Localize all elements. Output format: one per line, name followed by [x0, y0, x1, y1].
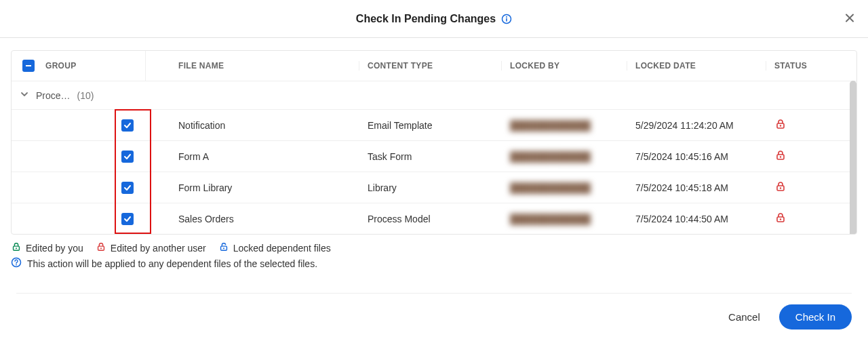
cell-file-name: Notification	[146, 120, 359, 131]
cell-locked-by: ████████████	[502, 214, 627, 224]
cell-locked-by: ████████████	[502, 120, 627, 131]
cell-locked-by: ████████████	[502, 151, 627, 162]
group-label: Proce…	[36, 90, 71, 101]
lock-green-icon	[11, 241, 22, 254]
svg-rect-3	[26, 65, 31, 66]
row-checkbox[interactable]	[121, 213, 134, 225]
cell-locked-date: 5/29/2024 11:24:20 AM	[627, 120, 766, 131]
cell-status	[766, 149, 848, 163]
chevron-down-icon[interactable]	[20, 89, 29, 101]
svg-point-11	[780, 218, 781, 220]
table-row: Form A Task Form ████████████ 7/5/2024 1…	[12, 140, 856, 172]
lock-icon	[774, 153, 787, 163]
cancel-button[interactable]: Cancel	[722, 306, 767, 328]
hint-text: This action will be applied to any depen…	[27, 258, 317, 269]
cell-content-type: Library	[359, 182, 502, 193]
lock-icon	[774, 121, 787, 132]
modal-footer: Cancel Check In	[16, 293, 852, 330]
cell-file-name: Form A	[146, 151, 359, 162]
cell-locked-date: 7/5/2024 10:45:18 AM	[627, 182, 766, 193]
column-header-locked-by[interactable]: LOCKED BY	[502, 61, 627, 71]
group-row[interactable]: Proce… (10)	[12, 81, 856, 109]
column-header-content-type[interactable]: CONTENT TYPE	[359, 61, 502, 71]
cell-locked-by: ████████████	[502, 182, 627, 193]
hint-row: This action will be applied to any depen…	[11, 257, 857, 277]
cell-status	[766, 180, 848, 195]
lock-red-icon	[96, 241, 106, 254]
legend-locked-dependent: Locked dependent files	[218, 241, 331, 254]
svg-point-19	[16, 264, 17, 266]
cell-locked-date: 7/5/2024 10:45:16 AM	[627, 151, 766, 162]
row-checkbox[interactable]	[121, 119, 134, 132]
cell-status	[766, 212, 848, 226]
column-header-file-name[interactable]: FILE NAME	[146, 61, 359, 71]
column-header-locked-date[interactable]: LOCKED DATE	[627, 61, 766, 71]
svg-rect-2	[506, 18, 507, 21]
cell-status	[766, 118, 848, 132]
modal-title: Check In Pending Changes	[356, 13, 496, 25]
cell-locked-date: 7/5/2024 10:44:50 AM	[627, 214, 766, 224]
table-row: Form Library Library ████████████ 7/5/20…	[12, 172, 856, 203]
cell-content-type: Email Template	[359, 120, 502, 131]
cell-content-type: Task Form	[359, 151, 502, 162]
select-all-cell	[12, 51, 45, 81]
modal-body: GROUP FILE NAME CONTENT TYPE LOCKED BY L…	[0, 38, 868, 277]
legend: Edited by you Edited by another user Loc…	[11, 235, 857, 257]
check-in-button[interactable]: Check In	[779, 304, 852, 330]
lock-icon	[774, 215, 787, 226]
column-header-group[interactable]: GROUP	[45, 51, 146, 81]
lock-blue-icon	[218, 241, 229, 254]
table-row: Sales Orders Process Model ████████████ …	[12, 203, 856, 234]
svg-point-1	[506, 16, 507, 18]
svg-point-13	[16, 247, 17, 249]
row-checkbox[interactable]	[121, 151, 134, 163]
legend-edited-by-you: Edited by you	[11, 241, 83, 254]
select-all-checkbox[interactable]	[22, 60, 35, 72]
scrollbar[interactable]	[850, 81, 856, 235]
svg-point-5	[780, 125, 781, 126]
table-header-row: GROUP FILE NAME CONTENT TYPE LOCKED BY L…	[12, 51, 856, 81]
cell-file-name: Form Library	[146, 182, 359, 193]
group-count: (10)	[77, 90, 94, 101]
svg-point-17	[223, 247, 224, 249]
svg-point-9	[780, 187, 781, 188]
info-icon[interactable]	[501, 14, 512, 24]
table-row: Notification Email Template ████████████…	[12, 109, 856, 140]
cell-file-name: Sales Orders	[146, 214, 359, 224]
help-icon	[11, 257, 22, 270]
lock-icon	[774, 184, 787, 195]
close-icon[interactable]	[841, 9, 859, 28]
column-header-status[interactable]: STATUS	[766, 61, 848, 71]
svg-point-15	[100, 247, 102, 249]
svg-point-7	[780, 156, 781, 157]
modal-header: Check In Pending Changes	[0, 0, 868, 38]
pending-changes-table: GROUP FILE NAME CONTENT TYPE LOCKED BY L…	[11, 50, 857, 235]
row-checkbox[interactable]	[121, 182, 134, 194]
cell-content-type: Process Model	[359, 214, 502, 224]
legend-edited-by-another: Edited by another user	[96, 241, 206, 254]
